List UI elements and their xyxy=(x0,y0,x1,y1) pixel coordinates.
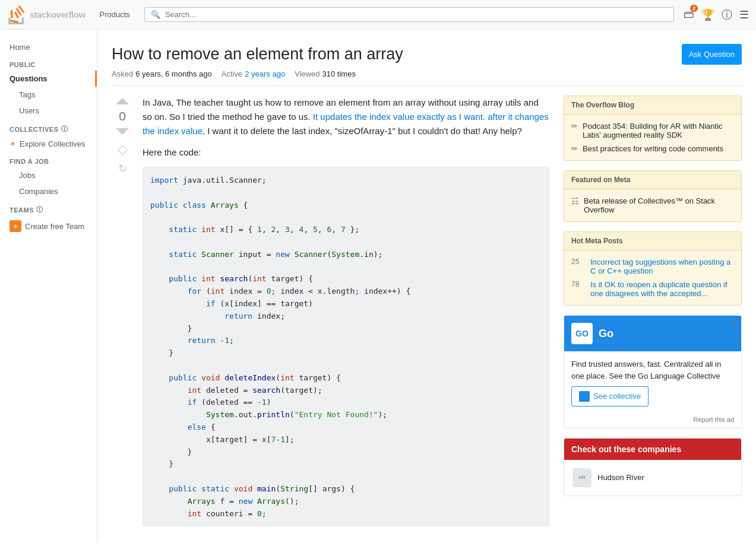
right-sidebar: The Overflow Blog ✏ Podcast 354: Buildin… xyxy=(564,96,742,534)
sidebar-item-collectives[interactable]: ✶ Explore Collectives xyxy=(0,136,97,152)
sidebar-jobs-label: Jobs xyxy=(19,171,35,180)
vote-down-button[interactable] xyxy=(116,128,129,135)
inbox-badge: 2 xyxy=(690,5,698,12)
question-section: 0 ◇ ↻ In Java, The teacher taught us how… xyxy=(112,96,549,534)
hot-meta-header: Hot Meta Posts xyxy=(564,232,741,250)
pencil-icon-2: ✏ xyxy=(571,144,578,153)
bookmark-icon[interactable]: ◇ xyxy=(118,142,128,157)
logo[interactable]: stackoverflow xyxy=(7,5,86,24)
viewed-label: Viewed xyxy=(295,69,320,78)
search-icon: 🔍 xyxy=(151,10,160,19)
question-text-p1: In Java, The teacher taught us how to re… xyxy=(143,96,549,138)
featured-meta-box: Featured on Meta ☷ Beta release of Colle… xyxy=(564,170,742,222)
featured-meta-item-1[interactable]: ☷ Beta release of Collectives™ on Stack … xyxy=(571,194,734,217)
vote-count: 0 xyxy=(119,109,126,123)
meta-icon-1: ☷ xyxy=(571,196,579,214)
code-scroll[interactable]: import java.util.Scanner; public class A… xyxy=(150,174,542,519)
overflow-blog-header: The Overflow Blog xyxy=(564,96,741,115)
question-meta: Asked 6 years, 6 months ago Active 2 yea… xyxy=(112,69,742,86)
ad-box: ✕ GO Go Find trusted answers, fast. Cent… xyxy=(564,315,742,428)
sidebar-item-companies[interactable]: Companies xyxy=(0,183,97,199)
inbox-icon[interactable]: 🗃 2 xyxy=(684,8,694,21)
search-input[interactable] xyxy=(165,10,668,19)
achievements-icon[interactable]: 🏆 xyxy=(701,8,714,21)
ad-report-link[interactable]: Report this ad xyxy=(564,414,741,428)
teams-info-icon[interactable]: ⓘ xyxy=(36,205,43,214)
blog-item-1[interactable]: ✏ Podcast 354: Building for AR with Nian… xyxy=(571,119,734,142)
sidebar-users-label: Users xyxy=(19,106,39,115)
ad-cta-label: See collective xyxy=(593,390,641,402)
ad-body-text: Find trusted answers, fast. Centralized … xyxy=(571,358,734,382)
asked-value: 6 years, 6 months ago xyxy=(135,69,212,78)
ask-question-button[interactable]: Ask Question xyxy=(682,44,742,65)
sidebar-item-tags[interactable]: Tags xyxy=(0,87,97,103)
hot-meta-content: 25 Incorrect tag suggestions when postin… xyxy=(564,250,741,305)
hamburger-icon[interactable]: ☰ xyxy=(739,8,749,21)
sidebar-collectives-label: Explore Collectives xyxy=(20,139,86,148)
meta-active: Active 2 years ago xyxy=(222,69,285,78)
overflow-blog-box: The Overflow Blog ✏ Podcast 354: Buildin… xyxy=(564,96,742,161)
content-area: 0 ◇ ↻ In Java, The teacher taught us how… xyxy=(112,96,742,534)
hot-meta-num-2: 78 xyxy=(571,280,586,288)
blog-item-2[interactable]: ✏ Best practices for writing code commen… xyxy=(571,142,734,155)
hot-meta-item-1: 25 Incorrect tag suggestions when postin… xyxy=(571,255,734,278)
collectives-info-icon[interactable]: ⓘ xyxy=(61,125,68,134)
hot-meta-item-2: 78 Is it OK to reopen a duplicate questi… xyxy=(571,278,734,300)
code-block[interactable]: import java.util.Scanner; public class A… xyxy=(143,167,549,526)
meta-viewed: Viewed 310 times xyxy=(295,69,356,78)
logo-text: stackoverflow xyxy=(30,9,86,20)
question-link[interactable]: It updates the index value exactly as I … xyxy=(143,112,549,136)
sidebar-create-team[interactable]: + Create free Team xyxy=(0,217,97,236)
sidebar-section-jobs: FIND A JOB xyxy=(0,152,97,167)
blog-item-1-text: Podcast 354: Building for AR with Nianti… xyxy=(583,122,734,139)
collectives-icon: ✶ xyxy=(10,139,16,148)
sidebar-item-jobs[interactable]: Jobs xyxy=(0,167,97,183)
ad-close-button[interactable]: ✕ xyxy=(730,319,738,331)
code-content: import java.util.Scanner; public class A… xyxy=(150,174,542,519)
sidebar-companies-label: Companies xyxy=(19,187,58,196)
ad-cta-button[interactable]: See collective xyxy=(571,386,649,407)
ad-body: Find trusted answers, fast. Centralized … xyxy=(564,351,741,414)
company-name-1: Hudson River xyxy=(597,473,644,482)
hot-meta-link-2[interactable]: Is it OK to reopen a duplicate question … xyxy=(590,280,734,298)
overflow-blog-content: ✏ Podcast 354: Building for AR with Nian… xyxy=(564,115,741,160)
ad-header: GO Go xyxy=(564,316,741,351)
hot-meta-link-1[interactable]: Incorrect tag suggestions when posting a… xyxy=(590,258,734,275)
sidebar-section-public: PUBLIC xyxy=(0,55,97,71)
company-item-1[interactable]: HR Hudson River xyxy=(569,465,736,491)
sidebar-item-home[interactable]: Home xyxy=(0,39,97,55)
company-logo-1: HR xyxy=(572,468,591,487)
layout: Home PUBLIC Questions Tags Users COLLECT… xyxy=(0,30,756,543)
companies-content: HR Hudson River xyxy=(564,460,741,496)
question-text-p2: Here the code: xyxy=(143,145,549,160)
vote-up-button[interactable] xyxy=(116,98,129,104)
header: stackoverflow Products 🔍 🗃 2 🏆 ⓘ ☰ xyxy=(0,0,756,30)
sidebar: Home PUBLIC Questions Tags Users COLLECT… xyxy=(0,30,97,543)
ad-logo: GO xyxy=(571,323,593,344)
question-title: How to remove an element from an array xyxy=(112,44,672,65)
asked-label: Asked xyxy=(112,69,133,78)
main-content: How to remove an element from an array A… xyxy=(97,30,756,543)
blog-item-2-text: Best practices for writing code comments xyxy=(583,144,723,153)
active-value[interactable]: 2 years ago xyxy=(245,69,285,78)
hot-meta-box: Hot Meta Posts 25 Incorrect tag suggesti… xyxy=(564,231,742,306)
sidebar-item-questions[interactable]: Questions xyxy=(0,71,97,87)
create-team-label: Create free Team xyxy=(25,222,84,231)
question-post: 0 ◇ ↻ In Java, The teacher taught us how… xyxy=(112,96,549,534)
stackoverflow-logo-icon xyxy=(7,5,26,24)
active-label: Active xyxy=(222,69,242,78)
history-icon[interactable]: ↻ xyxy=(118,162,127,175)
sidebar-tags-label: Tags xyxy=(19,90,35,99)
meta-asked: Asked 6 years, 6 months ago xyxy=(112,69,212,78)
question-body: In Java, The teacher taught us how to re… xyxy=(143,96,549,526)
nav-products[interactable]: Products xyxy=(95,8,135,21)
sidebar-section-teams: TEAMS ⓘ xyxy=(0,199,97,217)
sidebar-questions-label: Questions xyxy=(10,74,48,83)
company-logo-text: HR xyxy=(578,475,586,480)
teams-plus-icon: + xyxy=(10,220,21,232)
question-header: How to remove an element from an array A… xyxy=(112,44,742,65)
help-icon[interactable]: ⓘ xyxy=(722,8,732,22)
cta-icon xyxy=(579,391,590,402)
sidebar-section-collectives: COLLECTIVES ⓘ xyxy=(0,119,97,136)
sidebar-item-users[interactable]: Users xyxy=(0,103,97,119)
